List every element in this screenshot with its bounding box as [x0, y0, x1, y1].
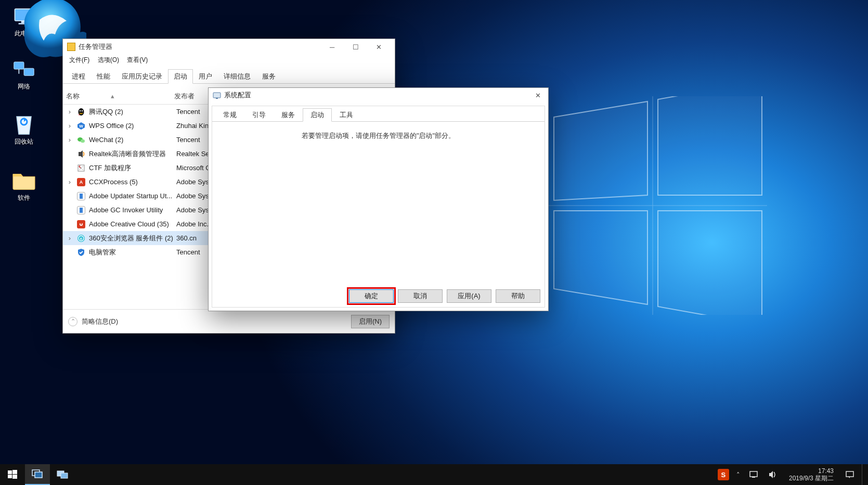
row-name: 360安全浏览器 服务组件 (2) — [89, 234, 176, 243]
row-name: WeChat (2) — [89, 136, 176, 144]
task-manager-icon — [67, 43, 75, 51]
app-icon — [76, 163, 86, 173]
app-icon — [76, 135, 86, 145]
startup-redirect-message: 若要管理启动项，请使用任务管理器的"启动"部分。 — [222, 131, 535, 141]
row-name: Realtek高清晰音频管理器 — [89, 149, 176, 159]
desktop-icon-label: 软件 — [4, 194, 44, 202]
expand-chevron-icon[interactable]: › — [66, 122, 73, 130]
minimize-button[interactable]: ─ — [320, 40, 344, 54]
row-name: Adobe Creative Cloud (35) — [89, 220, 176, 228]
desktop-icon-software[interactable]: 软件 — [4, 170, 44, 202]
tab-processes[interactable]: 进程 — [66, 69, 91, 84]
tab-startup[interactable]: 启动 — [303, 108, 332, 122]
task-manager-footer: ⌃ 简略信息(D) 启用(N) — [63, 309, 395, 333]
button-row: 确定 取消 应用(A) 帮助 — [349, 289, 540, 303]
row-name: 电脑管家 — [89, 248, 176, 257]
svg-rect-24 — [8, 475, 12, 478]
brief-info-toggle[interactable]: ⌃ 简略信息(D) — [68, 317, 118, 326]
brief-label: 简略信息(D) — [82, 317, 118, 326]
menubar: 文件(F) 选项(O) 查看(V) — [63, 55, 395, 68]
desktop-icon-label: 回收站 — [4, 137, 44, 146]
svg-point-12 — [82, 110, 83, 111]
tab-general[interactable]: 常规 — [215, 108, 244, 122]
taskbar-clock[interactable]: 17:43 2019/9/3 星期二 — [785, 467, 838, 482]
msconfig-titlebar[interactable]: 系统配置 ✕ — [209, 88, 548, 103]
row-name: CTF 加载程序 — [89, 163, 176, 173]
taskbar-taskview[interactable] — [25, 464, 50, 485]
app-icon: W — [76, 121, 86, 131]
msconfig-icon — [213, 91, 221, 99]
row-name: 腾讯QQ (2) — [89, 107, 176, 117]
expand-chevron-icon[interactable]: › — [66, 136, 73, 144]
cancel-button[interactable]: 取消 — [398, 289, 443, 303]
tray-notifications-icon[interactable] — [843, 464, 857, 485]
tab-details[interactable]: 详细信息 — [218, 69, 256, 84]
svg-rect-27 — [35, 472, 42, 478]
help-button[interactable]: 帮助 — [496, 289, 540, 303]
ok-button[interactable]: 确定 — [349, 289, 394, 303]
app-icon — [76, 192, 86, 201]
recycle-icon — [11, 113, 36, 135]
taskbar[interactable]: S ˄ 17:43 2019/9/3 星期二 — [0, 464, 868, 485]
tab-users[interactable]: 用户 — [193, 69, 218, 84]
msconfig-window[interactable]: 系统配置 ✕ 常规 引导 服务 启动 工具 若要管理启动项，请使用任务管理器的"… — [208, 87, 549, 311]
expand-chevron-icon[interactable]: › — [66, 178, 73, 186]
svg-rect-31 — [752, 477, 755, 478]
svg-rect-25 — [12, 475, 17, 479]
tab-services[interactable]: 服务 — [274, 108, 303, 122]
app-icon — [76, 206, 86, 215]
tab-services[interactable]: 服务 — [256, 69, 281, 84]
svg-point-16 — [81, 139, 85, 142]
taskbar-msconfig[interactable] — [50, 464, 75, 485]
desktop-icon-thispc[interactable]: 此电脑 — [4, 5, 44, 38]
windows-logo-backdrop — [543, 96, 767, 315]
maximize-button[interactable]: ☐ — [344, 40, 367, 54]
tab-tools[interactable]: 工具 — [332, 108, 361, 122]
tab-apphistory[interactable]: 应用历史记录 — [116, 69, 168, 84]
start-button[interactable] — [0, 464, 25, 485]
network-icon — [11, 58, 36, 80]
expand-chevron-icon[interactable]: › — [66, 234, 73, 242]
menu-file[interactable]: 文件(F) — [66, 55, 93, 66]
task-manager-titlebar[interactable]: 任务管理器 ─ ☐ ✕ — [63, 39, 395, 55]
chevron-up-icon: ⌃ — [68, 317, 77, 326]
tray-network-icon[interactable] — [747, 464, 761, 485]
tray-overflow-icon[interactable]: ˄ — [734, 464, 742, 485]
svg-point-11 — [80, 110, 81, 111]
tab-performance[interactable]: 性能 — [91, 69, 116, 84]
menu-view[interactable]: 查看(V) — [124, 55, 151, 66]
row-name: WPS Office (2) — [89, 122, 176, 130]
thispc-icon — [11, 5, 36, 27]
expand-chevron-icon[interactable]: › — [66, 108, 73, 116]
svg-rect-2 — [19, 23, 30, 24]
menu-options[interactable]: 选项(O) — [95, 55, 122, 66]
tray-volume-icon[interactable] — [766, 464, 780, 485]
desktop-icon-network[interactable]: 网络 — [4, 58, 44, 91]
col-name[interactable]: 名称 — [66, 92, 80, 101]
svg-text:e: e — [80, 237, 82, 240]
svg-text:W: W — [79, 124, 83, 129]
svg-rect-4 — [24, 68, 34, 75]
msconfig-tabs: 常规 引导 服务 启动 工具 — [212, 106, 545, 122]
clock-time: 17:43 — [789, 467, 834, 475]
svg-rect-20 — [213, 93, 221, 98]
enable-button[interactable]: 启用(N) — [351, 315, 390, 328]
desktop-icon-recyclebin[interactable]: 回收站 — [4, 113, 44, 146]
tab-boot[interactable]: 引导 — [244, 108, 274, 122]
show-desktop-button[interactable] — [862, 464, 865, 485]
close-button[interactable]: ✕ — [367, 40, 391, 54]
apply-button[interactable]: 应用(A) — [447, 289, 491, 303]
svg-rect-22 — [8, 470, 12, 474]
desktop-icon-label: 此电脑 — [4, 29, 44, 38]
close-button[interactable]: ✕ — [532, 90, 544, 100]
task-manager-tabs: 进程 性能 应用历史记录 启动 用户 详细信息 服务 — [63, 69, 395, 84]
svg-rect-3 — [14, 62, 24, 69]
svg-rect-32 — [846, 471, 853, 477]
tray-ime-icon[interactable]: S — [718, 469, 729, 480]
window-title: 任务管理器 — [79, 42, 112, 52]
app-icon — [76, 149, 86, 159]
row-name: Adobe GC Invoker Utility — [89, 206, 176, 214]
clock-date: 2019/9/3 星期二 — [789, 475, 834, 482]
tab-startup[interactable]: 启动 — [168, 69, 193, 84]
app-icon — [76, 220, 86, 229]
